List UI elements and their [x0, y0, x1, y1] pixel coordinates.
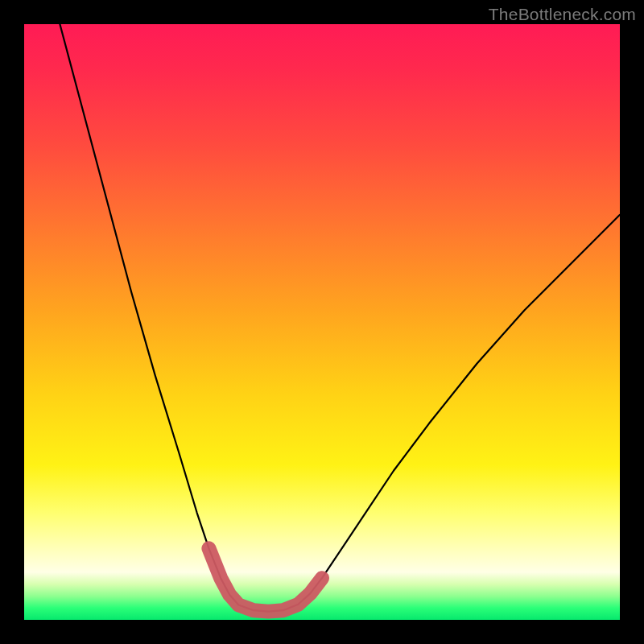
chart-svg	[24, 24, 620, 620]
plot-area	[24, 24, 620, 620]
black-curve-path	[60, 24, 620, 612]
watermark-text: TheBottleneck.com	[489, 5, 636, 24]
red-band-path	[208, 548, 322, 611]
frame: TheBottleneck.com	[0, 0, 644, 644]
